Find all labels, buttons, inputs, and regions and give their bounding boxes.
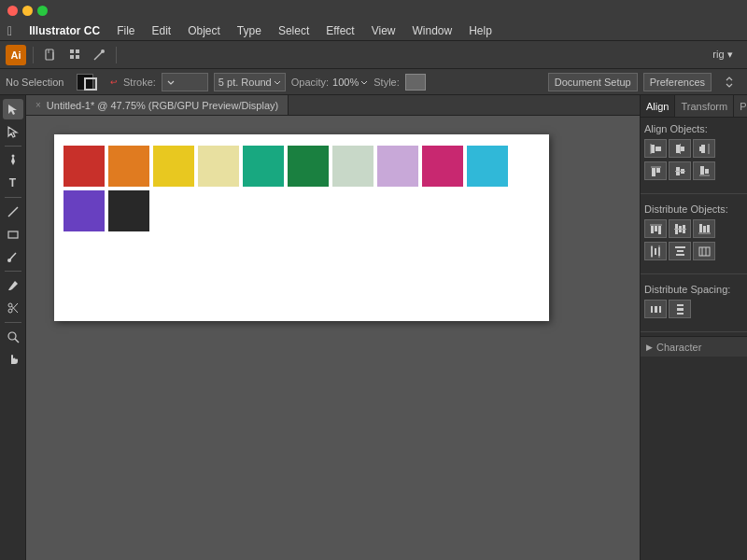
distribute-extra-button[interactable] — [693, 242, 715, 260]
selection-tool[interactable] — [3, 99, 23, 119]
tool-separator-2 — [5, 197, 21, 198]
svg-point-17 — [8, 332, 16, 340]
arrange-icon[interactable] — [721, 72, 741, 92]
svg-rect-65 — [677, 313, 684, 315]
doc-setup-button[interactable]: Document Setup — [548, 73, 638, 91]
opacity-label: Opacity: — [291, 77, 329, 88]
grid-icon[interactable] — [64, 45, 85, 65]
align-top-button[interactable] — [644, 161, 667, 180]
pt-dropdown[interactable]: 5 pt. Round — [214, 73, 286, 91]
color-swatch-light-gray-green[interactable] — [332, 146, 374, 187]
paint-brush-tool[interactable] — [3, 246, 23, 267]
color-swatch-yellow[interactable] — [153, 146, 194, 187]
align-center-h-button[interactable] — [669, 139, 691, 158]
color-swatch-green[interactable] — [288, 146, 329, 187]
close-button[interactable] — [7, 6, 18, 16]
distribute-h-button[interactable] — [644, 242, 667, 260]
maximize-button[interactable] — [37, 6, 48, 16]
color-swatch-pink[interactable] — [422, 146, 463, 187]
app-name[interactable]: Illustrator CC — [21, 22, 107, 39]
preferences-button[interactable]: Preferences — [643, 73, 712, 91]
distribute-objects-title: Distribute Objects: — [644, 203, 743, 215]
menu-select[interactable]: Select — [271, 22, 317, 39]
style-box[interactable] — [405, 74, 426, 91]
color-swatch-cyan[interactable] — [467, 146, 508, 187]
scissors-tool[interactable] — [3, 298, 23, 318]
distribute-space-h-button[interactable] — [644, 300, 667, 318]
hand-tool[interactable] — [3, 349, 23, 370]
menu-object[interactable]: Object — [180, 22, 228, 39]
color-swatch-purple[interactable] — [63, 190, 105, 231]
minimize-button[interactable] — [22, 6, 33, 16]
style-label: Style: — [374, 77, 400, 88]
tab-close-btn[interactable]: × — [35, 100, 41, 110]
panel-divider-3 — [641, 331, 747, 332]
menu-type[interactable]: Type — [230, 22, 269, 39]
menu-bar:  Illustrator CC File Edit Object Type S… — [0, 21, 747, 41]
menu-help[interactable]: Help — [461, 22, 500, 39]
distribute-space-v-button[interactable] — [669, 300, 691, 318]
stroke-dropdown[interactable] — [162, 73, 208, 91]
distribute-v-button[interactable] — [669, 242, 691, 260]
align-objects-row — [644, 139, 743, 158]
align-vertical-row — [644, 161, 743, 180]
canvas-area[interactable]: × Untitled-1* @ 47.75% (RGB/GPU Preview/… — [26, 95, 640, 560]
distribute-objects-row2 — [644, 242, 743, 260]
distribute-top-button[interactable] — [644, 219, 667, 238]
svg-rect-55 — [677, 250, 684, 252]
svg-rect-19 — [651, 145, 655, 153]
menu-window[interactable]: Window — [405, 22, 460, 39]
right-panel: Align Transform Pat Align Objects: — [640, 95, 747, 560]
workspace-label[interactable]: rig ▾ — [704, 45, 741, 65]
zoom-tool[interactable] — [3, 327, 23, 347]
opacity-value[interactable]: 100% — [332, 77, 359, 88]
distribute-bottom-button[interactable] — [693, 219, 715, 238]
pen-tool[interactable] — [3, 150, 23, 171]
eyedropper-tool[interactable] — [3, 275, 23, 296]
svg-rect-0 — [46, 49, 53, 60]
align-left-button[interactable] — [644, 139, 667, 158]
menu-edit[interactable]: Edit — [144, 22, 178, 39]
color-swatch-orange[interactable] — [108, 146, 149, 187]
svg-rect-38 — [655, 226, 657, 231]
svg-rect-57 — [699, 247, 710, 256]
distribute-spacing-row — [644, 300, 743, 318]
svg-rect-3 — [70, 49, 74, 53]
menu-effect[interactable]: Effect — [318, 22, 361, 39]
menu-file[interactable]: File — [109, 22, 142, 39]
svg-rect-62 — [659, 306, 661, 313]
color-swatch-black[interactable] — [108, 190, 149, 231]
reset-icon[interactable]: ↩ — [110, 77, 118, 87]
stroke-swatch[interactable] — [84, 77, 97, 91]
line-tool[interactable] — [3, 202, 23, 222]
color-swatch-teal[interactable] — [243, 146, 284, 187]
color-swatch-red[interactable] — [63, 146, 105, 187]
new-doc-icon[interactable] — [40, 45, 61, 65]
color-swatch-light-purple[interactable] — [377, 146, 418, 187]
svg-rect-56 — [676, 254, 684, 256]
shape-tool[interactable] — [3, 224, 23, 245]
color-swatches-row — [54, 134, 549, 243]
panel-tabs: Align Transform Pat — [641, 95, 747, 118]
align-bottom-button[interactable] — [693, 161, 715, 180]
svg-rect-6 — [76, 55, 79, 59]
svg-rect-37 — [651, 226, 654, 233]
brush-icon[interactable] — [89, 45, 109, 65]
tab-transform[interactable]: Transform — [675, 95, 734, 117]
document-tab[interactable]: × Untitled-1* @ 47.75% (RGB/GPU Preview/… — [26, 95, 289, 115]
type-tool[interactable]: T — [3, 173, 23, 193]
align-middle-button[interactable] — [669, 161, 691, 180]
tab-pathfinder[interactable]: Pat — [734, 95, 747, 117]
distribute-center-v-button[interactable] — [669, 219, 691, 238]
menu-view[interactable]: View — [364, 22, 403, 39]
svg-rect-20 — [655, 147, 661, 151]
options-bar: No Selection ↩ Stroke: 5 pt. Round Opaci… — [0, 69, 747, 95]
apple-menu-icon[interactable]:  — [7, 23, 12, 38]
svg-rect-61 — [655, 306, 657, 313]
character-panel-header[interactable]: ▶ Character — [641, 336, 747, 357]
tab-align[interactable]: Align — [641, 95, 675, 117]
align-right-button[interactable] — [693, 139, 715, 158]
direct-select-tool[interactable] — [3, 121, 23, 142]
canvas-viewport[interactable]: › — [26, 116, 640, 560]
color-swatch-light-yellow[interactable] — [198, 146, 239, 187]
